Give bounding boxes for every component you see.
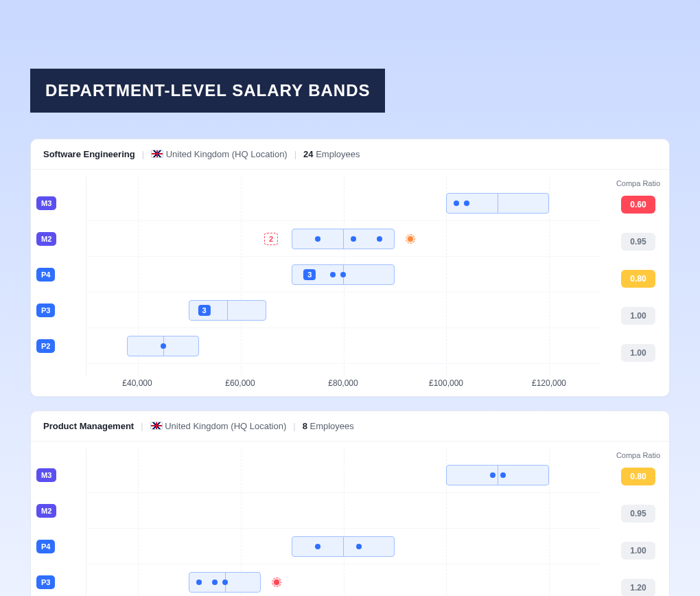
x-axis-label: £80,000 <box>328 378 358 388</box>
level-badge: P3 <box>36 303 55 317</box>
compa-ratio-column: Compa Ratio0.600.950.801.001.00 <box>614 170 669 396</box>
level-badge: M2 <box>36 232 56 246</box>
band-row: P2 <box>86 332 600 360</box>
compa-ratio-title: Compa Ratio <box>614 179 662 187</box>
band-row: P3 <box>86 568 600 596</box>
page-title: DEPARTMENT-LEVEL SALARY BANDS <box>30 69 385 113</box>
level-badge: P4 <box>36 268 55 282</box>
level-badge: P2 <box>36 339 55 353</box>
location: United Kingdom (HQ Location) <box>151 149 288 159</box>
employee-dot[interactable] <box>351 236 356 242</box>
compa-ratio-badge[interactable]: 0.95 <box>621 233 655 251</box>
level-badge: P4 <box>36 540 55 553</box>
employee-dot[interactable] <box>161 343 166 349</box>
compa-ratio-badge[interactable]: 1.00 <box>621 542 655 560</box>
compa-ratio-badge[interactable]: 1.20 <box>621 579 655 596</box>
employee-dot[interactable] <box>454 200 459 206</box>
location: United Kingdom (HQ Location) <box>150 421 287 431</box>
band-row: P43 <box>86 260 600 289</box>
salary-band[interactable] <box>446 465 549 485</box>
department-name: Software Engineering <box>43 149 135 159</box>
outlier-dot[interactable] <box>274 580 279 585</box>
band-row: M22 <box>86 225 600 253</box>
department-name: Product Management <box>43 421 134 431</box>
level-badge: M3 <box>36 468 56 482</box>
employee-dot[interactable] <box>212 580 218 585</box>
employee-count: 8 Employees <box>303 421 354 431</box>
card-header: Product Management| United Kingdom (HQ L… <box>31 411 669 442</box>
outlier-dot[interactable] <box>408 236 413 242</box>
level-badge: P3 <box>36 575 55 589</box>
compa-ratio-badge[interactable]: 0.80 <box>621 468 655 485</box>
salary-band[interactable] <box>446 193 549 214</box>
compa-ratio-badge[interactable]: 1.00 <box>621 344 655 362</box>
employee-dot[interactable] <box>356 544 362 549</box>
compa-ratio-badge[interactable]: 0.60 <box>621 196 655 214</box>
employee-count: 24 Employees <box>303 149 360 159</box>
employee-dot[interactable] <box>500 472 506 478</box>
department-card: Software Engineering| United Kingdom (HQ… <box>30 139 670 397</box>
compa-ratio-badge[interactable]: 1.00 <box>621 307 655 325</box>
flag-uk-icon <box>151 150 163 158</box>
employee-dot[interactable] <box>315 544 320 549</box>
employee-dot[interactable] <box>222 580 228 585</box>
compa-ratio-title: Compa Ratio <box>614 451 662 459</box>
level-badge: M3 <box>36 196 56 210</box>
count-pill[interactable]: 3 <box>303 269 316 280</box>
employee-dot[interactable] <box>315 236 320 242</box>
compa-ratio-badge[interactable]: 0.80 <box>621 270 655 288</box>
employee-dot[interactable] <box>377 236 382 242</box>
band-row: P33 <box>86 296 600 325</box>
compa-ratio-badge[interactable]: 0.95 <box>621 505 655 523</box>
card-header: Software Engineering| United Kingdom (HQ… <box>31 139 669 170</box>
band-row: M3 <box>86 461 600 490</box>
level-badge: M2 <box>36 504 56 518</box>
employee-dot[interactable] <box>490 472 495 478</box>
x-axis-label: £100,000 <box>429 378 463 388</box>
x-axis-label: £40,000 <box>122 378 152 388</box>
below-band-count[interactable]: 2 <box>264 233 278 245</box>
employee-dot[interactable] <box>340 272 346 277</box>
band-row: M2 <box>86 496 600 525</box>
compa-ratio-column: Compa Ratio0.800.951.001.20 <box>614 442 669 596</box>
employee-dot[interactable] <box>330 272 336 277</box>
count-pill[interactable]: 3 <box>198 305 210 316</box>
salary-band-chart: M3M2P4P3 <box>31 442 614 596</box>
salary-band-chart: M3M22P43P33P2£40,000£60,000£80,000£100,0… <box>31 170 614 396</box>
employee-dot[interactable] <box>196 580 202 585</box>
band-row: M3 <box>86 189 600 218</box>
x-axis-label: £120,000 <box>532 378 566 388</box>
band-row: P4 <box>86 532 600 561</box>
department-card: Product Management| United Kingdom (HQ L… <box>30 411 670 596</box>
flag-uk-icon <box>150 422 163 430</box>
salary-band[interactable] <box>292 536 395 557</box>
x-axis-label: £60,000 <box>225 378 255 388</box>
employee-dot[interactable] <box>464 200 469 206</box>
